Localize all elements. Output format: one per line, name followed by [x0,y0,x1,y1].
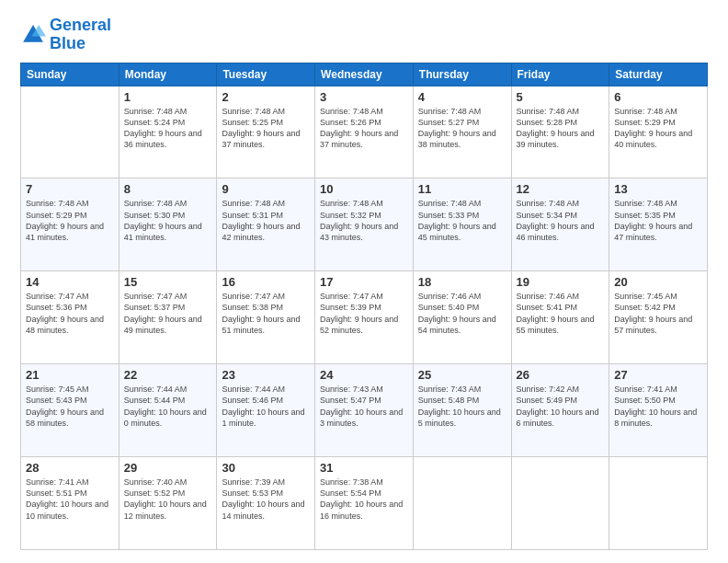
day-cell: 5Sunrise: 7:48 AMSunset: 5:28 PMDaylight… [511,86,609,178]
week-row-2: 7Sunrise: 7:48 AMSunset: 5:29 PMDaylight… [21,178,708,271]
day-number: 6 [614,90,702,104]
day-info: Sunrise: 7:44 AMSunset: 5:44 PMDaylight:… [124,384,212,429]
calendar-body: 1Sunrise: 7:48 AMSunset: 5:24 PMDaylight… [21,86,708,549]
day-info: Sunrise: 7:48 AMSunset: 5:29 PMDaylight:… [26,198,114,243]
day-info: Sunrise: 7:39 AMSunset: 5:53 PMDaylight:… [222,477,310,522]
day-cell: 9Sunrise: 7:48 AMSunset: 5:31 PMDaylight… [217,178,315,271]
day-header-tuesday: Tuesday [217,63,315,86]
day-number: 10 [320,182,408,196]
day-cell: 16Sunrise: 7:47 AMSunset: 5:38 PMDayligh… [217,271,315,364]
day-info: Sunrise: 7:48 AMSunset: 5:32 PMDaylight:… [320,198,408,243]
page: General Blue SundayMondayTuesdayWednesda… [0,0,728,563]
day-number: 23 [222,368,310,382]
header: General Blue [20,17,708,53]
logo-icon [20,22,46,48]
day-cell: 28Sunrise: 7:41 AMSunset: 5:51 PMDayligh… [21,457,119,550]
day-info: Sunrise: 7:48 AMSunset: 5:26 PMDaylight:… [320,106,408,151]
day-info: Sunrise: 7:46 AMSunset: 5:40 PMDaylight:… [418,291,506,336]
day-cell: 22Sunrise: 7:44 AMSunset: 5:44 PMDayligh… [119,364,217,457]
calendar-header-row: SundayMondayTuesdayWednesdayThursdayFrid… [21,63,708,86]
day-number: 17 [320,275,408,289]
day-header-friday: Friday [511,63,609,86]
day-number: 12 [517,182,605,196]
day-info: Sunrise: 7:48 AMSunset: 5:29 PMDaylight:… [614,106,702,151]
day-number: 1 [124,90,212,104]
day-cell: 12Sunrise: 7:48 AMSunset: 5:34 PMDayligh… [511,178,609,271]
day-cell: 29Sunrise: 7:40 AMSunset: 5:52 PMDayligh… [119,457,217,550]
day-info: Sunrise: 7:47 AMSunset: 5:36 PMDaylight:… [26,291,114,336]
day-number: 20 [614,275,702,289]
day-info: Sunrise: 7:41 AMSunset: 5:51 PMDaylight:… [26,477,114,522]
day-cell: 3Sunrise: 7:48 AMSunset: 5:26 PMDaylight… [315,86,414,178]
day-number: 3 [320,90,408,104]
day-number: 22 [124,368,212,382]
day-cell: 8Sunrise: 7:48 AMSunset: 5:30 PMDaylight… [119,178,217,271]
day-number: 21 [26,368,114,382]
day-number: 15 [124,275,212,289]
day-cell: 10Sunrise: 7:48 AMSunset: 5:32 PMDayligh… [315,178,414,271]
logo-text: General Blue [50,17,111,53]
day-info: Sunrise: 7:45 AMSunset: 5:43 PMDaylight:… [26,384,114,429]
day-info: Sunrise: 7:48 AMSunset: 5:30 PMDaylight:… [124,198,212,243]
day-cell: 27Sunrise: 7:41 AMSunset: 5:50 PMDayligh… [609,364,708,457]
day-info: Sunrise: 7:48 AMSunset: 5:34 PMDaylight:… [517,198,605,243]
day-info: Sunrise: 7:38 AMSunset: 5:54 PMDaylight:… [320,477,408,522]
day-cell [511,457,609,550]
day-info: Sunrise: 7:48 AMSunset: 5:35 PMDaylight:… [614,198,702,243]
day-number: 7 [26,182,114,196]
day-info: Sunrise: 7:46 AMSunset: 5:41 PMDaylight:… [517,291,605,336]
day-info: Sunrise: 7:43 AMSunset: 5:47 PMDaylight:… [320,384,408,429]
day-cell: 21Sunrise: 7:45 AMSunset: 5:43 PMDayligh… [21,364,119,457]
day-cell: 1Sunrise: 7:48 AMSunset: 5:24 PMDaylight… [119,86,217,178]
day-cell: 14Sunrise: 7:47 AMSunset: 5:36 PMDayligh… [21,271,119,364]
day-number: 4 [418,90,506,104]
day-number: 30 [222,461,310,475]
day-cell [609,457,708,550]
week-row-3: 14Sunrise: 7:47 AMSunset: 5:36 PMDayligh… [21,271,708,364]
day-cell: 20Sunrise: 7:45 AMSunset: 5:42 PMDayligh… [609,271,708,364]
day-info: Sunrise: 7:41 AMSunset: 5:50 PMDaylight:… [614,384,702,429]
day-header-thursday: Thursday [413,63,511,86]
day-number: 24 [320,368,408,382]
day-cell: 18Sunrise: 7:46 AMSunset: 5:40 PMDayligh… [413,271,511,364]
day-info: Sunrise: 7:48 AMSunset: 5:27 PMDaylight:… [418,106,506,151]
day-info: Sunrise: 7:43 AMSunset: 5:48 PMDaylight:… [418,384,506,429]
day-cell: 2Sunrise: 7:48 AMSunset: 5:25 PMDaylight… [217,86,315,178]
day-number: 28 [26,461,114,475]
day-info: Sunrise: 7:42 AMSunset: 5:49 PMDaylight:… [517,384,605,429]
day-cell: 30Sunrise: 7:39 AMSunset: 5:53 PMDayligh… [217,457,315,550]
week-row-1: 1Sunrise: 7:48 AMSunset: 5:24 PMDaylight… [21,86,708,178]
day-info: Sunrise: 7:47 AMSunset: 5:38 PMDaylight:… [222,291,310,336]
day-header-monday: Monday [119,63,217,86]
week-row-4: 21Sunrise: 7:45 AMSunset: 5:43 PMDayligh… [21,364,708,457]
day-cell: 15Sunrise: 7:47 AMSunset: 5:37 PMDayligh… [119,271,217,364]
day-info: Sunrise: 7:47 AMSunset: 5:39 PMDaylight:… [320,291,408,336]
day-cell: 7Sunrise: 7:48 AMSunset: 5:29 PMDaylight… [21,178,119,271]
day-cell: 11Sunrise: 7:48 AMSunset: 5:33 PMDayligh… [413,178,511,271]
day-info: Sunrise: 7:44 AMSunset: 5:46 PMDaylight:… [222,384,310,429]
day-info: Sunrise: 7:48 AMSunset: 5:24 PMDaylight:… [124,106,212,151]
day-info: Sunrise: 7:48 AMSunset: 5:28 PMDaylight:… [517,106,605,151]
day-info: Sunrise: 7:48 AMSunset: 5:25 PMDaylight:… [222,106,310,151]
day-cell: 17Sunrise: 7:47 AMSunset: 5:39 PMDayligh… [315,271,414,364]
day-number: 9 [222,182,310,196]
day-cell: 13Sunrise: 7:48 AMSunset: 5:35 PMDayligh… [609,178,708,271]
day-cell: 4Sunrise: 7:48 AMSunset: 5:27 PMDaylight… [413,86,511,178]
day-cell: 23Sunrise: 7:44 AMSunset: 5:46 PMDayligh… [217,364,315,457]
day-number: 14 [26,275,114,289]
day-header-sunday: Sunday [21,63,119,86]
day-cell [413,457,511,550]
day-number: 5 [517,90,605,104]
day-cell: 26Sunrise: 7:42 AMSunset: 5:49 PMDayligh… [511,364,609,457]
day-number: 13 [614,182,702,196]
day-number: 18 [418,275,506,289]
day-cell: 25Sunrise: 7:43 AMSunset: 5:48 PMDayligh… [413,364,511,457]
day-cell: 24Sunrise: 7:43 AMSunset: 5:47 PMDayligh… [315,364,414,457]
day-number: 25 [418,368,506,382]
day-info: Sunrise: 7:47 AMSunset: 5:37 PMDaylight:… [124,291,212,336]
day-number: 19 [517,275,605,289]
logo: General Blue [20,17,111,53]
day-cell [21,86,119,178]
day-number: 26 [517,368,605,382]
week-row-5: 28Sunrise: 7:41 AMSunset: 5:51 PMDayligh… [21,457,708,550]
